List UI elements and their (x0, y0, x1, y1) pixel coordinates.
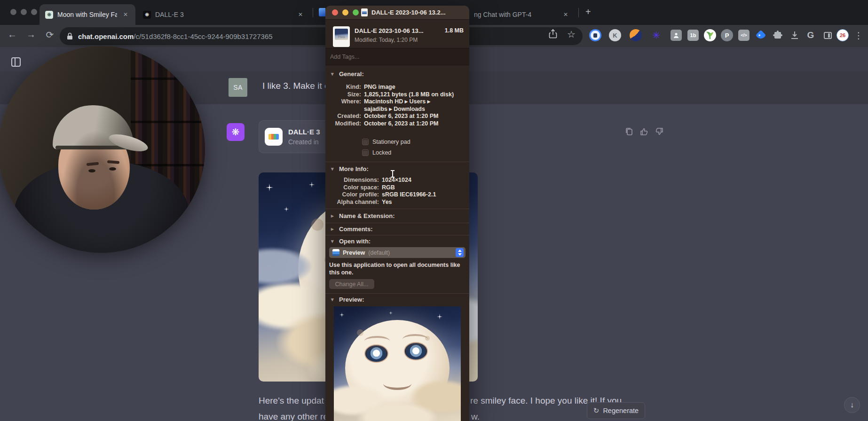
section-label: Open with: (339, 238, 371, 245)
section-label: Comments: (339, 226, 373, 233)
star-sparkle-icon (311, 182, 312, 188)
dalle-plugin-card[interactable]: DALL·E 3 Created in (259, 120, 325, 153)
new-tab-button[interactable]: + (585, 7, 591, 17)
bookmark-star-icon[interactable]: ☆ (567, 29, 577, 39)
regenerate-icon: ↻ (593, 406, 600, 415)
profile-avatar[interactable]: 26 (836, 29, 849, 42)
general-section-header[interactable]: ▾ General: (331, 70, 364, 78)
panel-minimize-button[interactable] (342, 9, 348, 16)
tab-title: ng Chat with GPT-4 (474, 11, 531, 18)
onetab-extension-icon[interactable]: 1b (687, 29, 700, 42)
section-label: General: (339, 70, 364, 78)
stationery-pad-row: Stationery pad (362, 139, 410, 145)
tab-moon-with-smiley-face[interactable]: ❋ Moon with Smiley Face ✕ (39, 4, 135, 25)
veggie-extension-icon[interactable] (703, 29, 717, 42)
extensions-puzzle-icon[interactable] (771, 29, 784, 42)
beard-shading (58, 125, 130, 210)
info-window-title: DALL-E 2023-10-06 13.2... (371, 9, 446, 16)
row-value: Macintosh HD ▸ Users ▸ sajadibs ▸ Downlo… (364, 98, 447, 113)
get-info-window: DALL-E 2023-10-06 13.2... PNG DALL-E 202… (325, 6, 469, 421)
tab-close-icon[interactable]: ✕ (561, 10, 570, 19)
side-panel-icon[interactable] (821, 29, 834, 42)
code-extension-icon[interactable]: </> (737, 29, 750, 42)
file-name: DALL-E 2023-10-06 13... (355, 27, 424, 34)
sidebar-toggle-icon[interactable] (11, 57, 21, 67)
chevron-down-icon[interactable]: ▾ (331, 71, 336, 77)
mac-zoom-button[interactable] (31, 9, 37, 15)
back-button[interactable]: ← (6, 29, 19, 40)
info-window-titlebar[interactable]: DALL-E 2023-10-06 13.2... (325, 6, 469, 20)
row-label: Color profile: (325, 191, 379, 199)
tab-title: DALL-E 3 (155, 11, 184, 18)
tab-close-icon[interactable]: ✕ (296, 10, 305, 19)
tab-chat-with-gpt4[interactable]: ng Chat with GPT-4 ✕ (468, 4, 576, 25)
chevron-down-icon[interactable]: ▾ (331, 296, 336, 303)
tab-close-icon[interactable]: ✕ (121, 10, 130, 19)
chevron-right-icon[interactable]: ▸ (331, 213, 336, 219)
mac-close-button[interactable] (10, 9, 16, 15)
chevron-down-icon[interactable]: ▾ (331, 166, 336, 172)
user-avatar: SA (229, 78, 247, 97)
moon-left-eye (364, 344, 388, 363)
address-bar[interactable]: chat.openai.com/c/51d362f8-8cc1-45cc-924… (60, 27, 583, 45)
reload-button[interactable]: ⟳ (43, 29, 56, 40)
preview-app-icon (332, 249, 339, 256)
mac-minimize-button[interactable] (21, 9, 27, 15)
google-g-icon[interactable]: G (804, 29, 817, 42)
row-value: 1024×1024 (382, 177, 469, 184)
share-icon[interactable] (548, 29, 559, 39)
info-row-color-space: Color space:RGB (325, 184, 469, 192)
locked-row: Locked (362, 149, 391, 156)
open-with-section-header[interactable]: ▾ Open with: (331, 238, 371, 245)
panel-close-button[interactable] (332, 9, 338, 16)
webcam-overlay (0, 46, 205, 253)
plugin-card-title: DALL·E 3 (288, 128, 320, 136)
png-file-icon: PNG (333, 26, 350, 47)
more-info-section-header[interactable]: ▾ More Info: (331, 165, 369, 172)
section-label: More Info: (339, 165, 369, 172)
star-sparkle-icon (269, 184, 270, 191)
name-extension-section-header[interactable]: ▸ Name & Extension: (331, 212, 395, 219)
browser-menu-icon[interactable]: ⋮ (852, 29, 865, 42)
k-extension-icon[interactable]: K (608, 29, 622, 42)
tab-dalle-3[interactable]: ❋ DALL-E 3 ✕ (137, 4, 310, 25)
info-row-size: Size:1,825,121 bytes (1.8 MB on disk) (325, 91, 469, 99)
copy-icon[interactable] (624, 127, 634, 136)
row-label: Size: (325, 91, 361, 99)
starburst-extension-icon[interactable]: ✳ (650, 29, 663, 42)
stationery-pad-checkbox[interactable] (362, 139, 369, 145)
person-extension-icon[interactable] (670, 29, 683, 42)
add-tags-input[interactable] (325, 48, 469, 65)
row-value: 1,825,121 bytes (1.8 MB on disk) (364, 91, 463, 99)
tag-extension-icon[interactable] (754, 29, 767, 42)
thumbs-down-icon[interactable] (655, 127, 664, 136)
swirl-extension-icon[interactable] (629, 29, 642, 42)
row-label: Created: (325, 113, 361, 120)
regenerate-button[interactable]: ↻ Regenerate (587, 402, 645, 419)
locked-checkbox[interactable] (362, 149, 369, 156)
chevron-down-icon[interactable]: ▾ (331, 238, 336, 244)
dropdown-selected-app: Preview (343, 249, 365, 256)
thumbs-up-icon[interactable] (639, 127, 649, 136)
p-extension-icon[interactable]: P (720, 29, 734, 42)
preview-section-header[interactable]: ▾ Preview: (331, 296, 364, 303)
scroll-to-bottom-button[interactable]: ↓ (844, 397, 860, 413)
password-manager-extension-icon[interactable] (589, 29, 602, 42)
open-with-dropdown[interactable]: Preview (default) (329, 247, 466, 258)
divider (325, 293, 469, 294)
chevron-right-icon[interactable]: ▸ (331, 226, 336, 232)
comments-section-header[interactable]: ▸ Comments: (331, 226, 373, 233)
dropdown-stepper-icon[interactable] (456, 248, 464, 257)
down-arrow-icon: ↓ (850, 401, 854, 409)
downloads-icon[interactable] (788, 29, 801, 42)
dropdown-default-suffix: (default) (368, 249, 390, 256)
star-sparkle-icon (286, 206, 286, 211)
forward-button[interactable]: → (24, 29, 38, 40)
lock-icon (66, 32, 73, 40)
panel-zoom-button[interactable] (353, 9, 359, 16)
checkbox-label: Locked (372, 149, 391, 156)
file-size: 1.8 MB (445, 27, 464, 34)
row-label: Kind: (325, 84, 361, 91)
change-all-button[interactable]: Change All... (329, 279, 374, 289)
info-row-alpha-channel: Alpha channel:Yes (325, 199, 469, 206)
